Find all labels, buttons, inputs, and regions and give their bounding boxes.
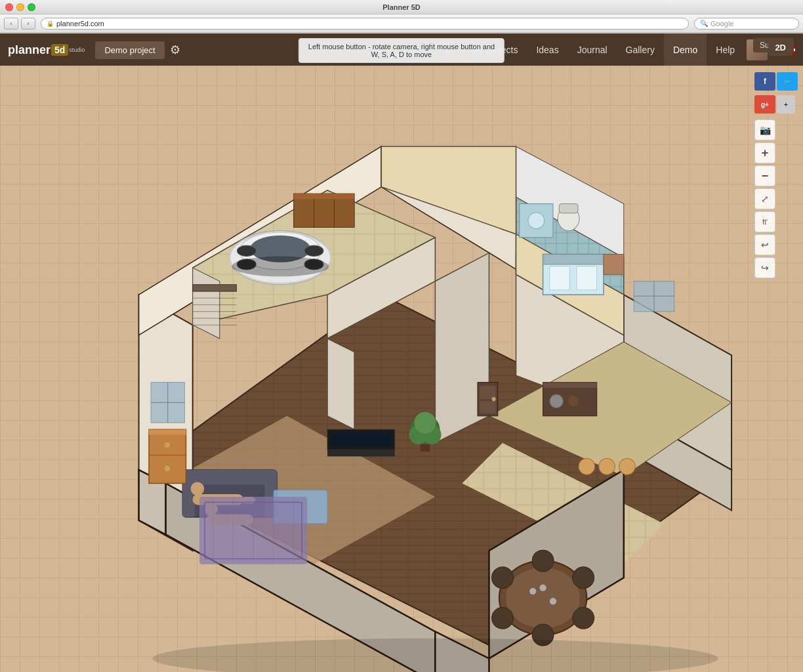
window-controls [5, 3, 35, 11]
nav-ideas[interactable]: Ideas [527, 33, 567, 66]
forward-button[interactable]: › [21, 18, 35, 30]
svg-rect-107 [149, 429, 186, 483]
btn-2d[interactable]: 2D [768, 39, 793, 56]
svg-point-88 [532, 550, 554, 572]
svg-point-49 [304, 245, 323, 256]
tooltip-line1: Left mouse button - rotate camera, right… [308, 43, 495, 51]
nav-demo[interactable]: Demo [664, 33, 707, 66]
fullscreen-button[interactable]: ⤢ [754, 188, 775, 209]
svg-point-48 [237, 245, 256, 256]
back-button[interactable]: ‹ [4, 18, 18, 30]
google-plus-button[interactable]: g+ [754, 95, 775, 114]
browser-chrome: Planner 5D ‹ › 🔒 planner5d.com 🔍 Google [0, 0, 803, 33]
svg-point-99 [619, 459, 636, 475]
nav-help[interactable]: Help [707, 33, 744, 66]
search-icon: 🔍 [700, 20, 708, 27]
facebook-button[interactable]: f [754, 72, 775, 91]
nav-journal[interactable]: Journal [568, 33, 617, 66]
svg-point-68 [191, 482, 205, 495]
logo-studio: studio [69, 47, 85, 53]
settings-button[interactable]: ⚙ [170, 43, 180, 57]
svg-point-128 [492, 397, 496, 401]
svg-rect-58 [577, 266, 597, 290]
svg-rect-108 [149, 429, 186, 434]
title-bar: Planner 5D [0, 0, 803, 14]
svg-rect-126 [480, 386, 496, 400]
svg-rect-63 [559, 203, 578, 213]
svg-point-85 [568, 396, 579, 406]
camera-button[interactable]: 📷 [754, 119, 775, 140]
svg-point-95 [550, 598, 556, 604]
svg-marker-29 [327, 339, 354, 430]
svg-rect-83 [543, 383, 597, 388]
svg-point-61 [528, 213, 545, 229]
search-bar[interactable]: 🔍 Google [694, 18, 799, 30]
svg-point-92 [492, 607, 514, 629]
search-placeholder: Google [710, 20, 733, 28]
social-buttons: f 🐦 [754, 72, 798, 91]
maximize-button[interactable] [28, 3, 35, 11]
close-button[interactable] [5, 3, 13, 11]
main-canvas[interactable]: f 🐦 g+ + 📷 + − ⤢ ft' ↩ ↪ [0, 66, 803, 672]
svg-point-90 [573, 607, 594, 629]
svg-rect-56 [543, 254, 604, 264]
address-bar[interactable]: 🔒 planner5d.com [41, 18, 689, 30]
svg-point-89 [573, 567, 594, 589]
redo-button[interactable]: ↪ [754, 257, 775, 278]
social-buttons-2: g+ + [754, 95, 798, 114]
svg-point-50 [232, 257, 329, 277]
svg-point-78 [415, 412, 436, 434]
side-toolbar: f 🐦 g+ + 📷 + − ⤢ ft' ↩ ↪ [754, 72, 798, 278]
lock-icon: 🔒 [47, 20, 54, 27]
project-name-button[interactable]: Demo project [95, 41, 164, 59]
window-title: Planner 5D [382, 3, 420, 11]
svg-rect-127 [480, 401, 496, 413]
minimize-button[interactable] [16, 3, 24, 11]
url-text: planner5d.com [56, 20, 104, 28]
undo-button[interactable]: ↩ [754, 234, 775, 255]
svg-rect-59 [604, 254, 624, 274]
zoom-out-button[interactable]: − [754, 165, 775, 186]
svg-point-84 [550, 394, 564, 408]
nav-gallery[interactable]: Gallery [617, 33, 664, 66]
tooltip: Left mouse button - rotate camera, right… [299, 38, 504, 63]
logo-5d: 5d [51, 44, 68, 56]
svg-rect-81 [327, 450, 395, 456]
share-button[interactable]: + [777, 95, 795, 114]
measure-button[interactable]: ft' [754, 211, 775, 232]
svg-point-110 [165, 442, 170, 448]
twitter-button[interactable]: 🐦 [777, 72, 798, 91]
svg-point-98 [599, 459, 615, 475]
floor-plan-3d[interactable] [0, 66, 803, 672]
browser-toolbar: ‹ › 🔒 planner5d.com 🔍 Google [0, 14, 803, 33]
svg-rect-54 [294, 194, 354, 199]
svg-point-97 [579, 459, 595, 475]
tooltip-line2: W, S, A, D to move [371, 51, 432, 58]
logo: planner 5d studio [8, 43, 85, 57]
svg-rect-80 [331, 433, 391, 447]
zoom-in-button[interactable]: + [754, 142, 775, 163]
logo-text: planner [8, 43, 51, 57]
svg-point-87 [506, 568, 580, 628]
svg-rect-118 [193, 285, 237, 291]
svg-point-129 [152, 639, 718, 672]
svg-rect-57 [550, 266, 570, 290]
svg-point-111 [165, 466, 170, 471]
svg-point-96 [539, 585, 546, 591]
svg-point-93 [492, 567, 514, 589]
svg-point-94 [529, 588, 536, 595]
